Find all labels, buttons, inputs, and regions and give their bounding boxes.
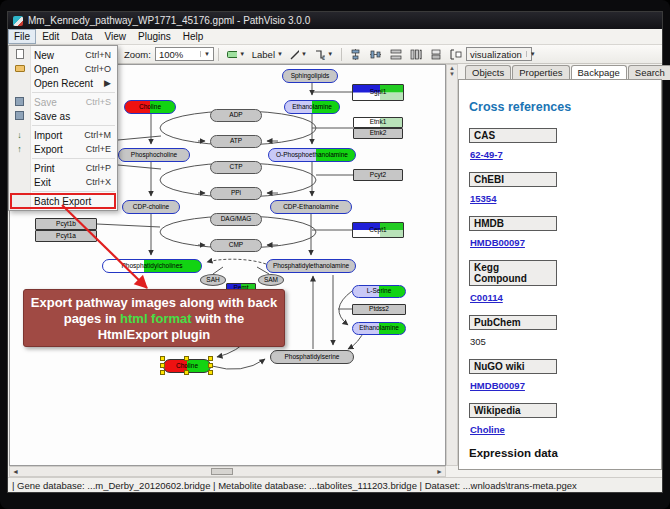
title-bar[interactable]: Mm_Kennedy_pathway_WP1771_45176.gpml - P… [8, 12, 662, 29]
xref-link[interactable]: 62-49-7 [470, 149, 503, 160]
selection-handle[interactable] [208, 363, 213, 368]
chevron-down-icon[interactable]: ▼ [327, 51, 333, 57]
selection-handle[interactable] [184, 356, 189, 361]
pathway-node-phosphatidylcholines[interactable]: Phosphatidylcholines [102, 259, 202, 273]
pathway-node-phosphatidylethanolamine[interactable]: Phosphatidylethanolamine [266, 259, 356, 273]
pathway-node-adp[interactable]: ADP [210, 109, 262, 122]
selection-handle[interactable] [184, 370, 189, 375]
pathway-node-cmp[interactable]: CMP [210, 239, 262, 252]
menubar-item-file[interactable]: File [8, 29, 36, 44]
menubar-item-edit[interactable]: Edit [36, 29, 65, 44]
draw-line-button[interactable]: ▼ [287, 47, 310, 62]
group-button[interactable] [447, 47, 465, 62]
file-menu-item-open-recent[interactable]: Open Recent▶ [9, 76, 117, 90]
xref-section-value[interactable]: C00114 [470, 292, 661, 303]
align-center-horizontal-button[interactable] [347, 47, 365, 62]
gene-node-icon [227, 50, 237, 59]
xref-section-value[interactable]: 15354 [470, 193, 661, 204]
chevron-down-icon[interactable]: ▼ [200, 51, 210, 57]
annotation-line2: pages in html format with the [24, 311, 284, 327]
xref-link[interactable]: HMDB00097 [470, 237, 525, 248]
xref-link[interactable]: Choline [470, 424, 505, 435]
scroll-left-icon[interactable]: ◄ [10, 468, 21, 475]
pathway-node-sam[interactable]: SAM [258, 274, 284, 286]
pathway-node-o-phosphoethanolamine[interactable]: O-Phosphoethanolamine [268, 148, 356, 162]
add-label-button[interactable]: Label ▼ [250, 47, 284, 62]
xref-section-value[interactable]: 62-49-7 [470, 149, 661, 160]
menubar-item-data[interactable]: Data [65, 29, 98, 44]
pathway-node-dag-mag[interactable]: DAG/MAG [210, 213, 262, 226]
pathway-node-etnk1[interactable]: Etnk1 [353, 117, 403, 128]
file-menu-item-print[interactable]: PrintCtrl+P [9, 161, 117, 175]
pathway-node-sphingolipids[interactable]: Sphingolipids [282, 69, 338, 83]
selection-handle[interactable] [160, 370, 165, 375]
pathway-node-sah[interactable]: SAH [200, 274, 226, 286]
canvas-horizontal-scrollbar[interactable]: ◄ ► [9, 466, 446, 477]
file-menu-item-new[interactable]: NewCtrl+N [9, 48, 117, 62]
selection-handle[interactable] [160, 356, 165, 361]
pathway-node-phosphocholine[interactable]: Phosphocholine [118, 148, 190, 162]
tab-objects[interactable]: Objects [465, 65, 511, 80]
chevron-down-icon[interactable]: ▼ [526, 51, 536, 57]
menubar-item-help[interactable]: Help [177, 29, 210, 44]
draw-connector-button[interactable]: ▼ [312, 47, 336, 62]
chevron-down-icon[interactable]: ▼ [301, 51, 307, 57]
add-gene-button[interactable]: ▼ [224, 47, 248, 62]
canvas-vertical-scrollbar[interactable]: ▲ ▼ [446, 64, 458, 466]
file-menu-item-batch-export[interactable]: Batch Export [9, 194, 117, 208]
scroll-down-icon[interactable]: ▼ [447, 71, 457, 77]
pathway-node-pcyt1b[interactable]: Pcyt1b [35, 218, 97, 230]
selection-handle[interactable] [208, 356, 213, 361]
chevron-down-icon[interactable]: ▼ [277, 51, 283, 57]
toolbar-separator [218, 48, 219, 61]
common-width-button[interactable] [387, 47, 405, 62]
pathway-node-ethanolamine-bottom[interactable]: Ethanolamine [352, 322, 406, 335]
xref-link[interactable]: HMDB00097 [470, 380, 525, 391]
stack-vertical-button[interactable] [427, 47, 445, 62]
node-label: L-Serine [367, 288, 392, 295]
pathway-node-ethanolamine-top[interactable]: Ethanolamine [284, 100, 340, 114]
pathway-node-pcyt2[interactable]: Pcyt2 [353, 169, 403, 181]
backpage-panel[interactable]: Cross references CAS62-49-7ChEBI15354HMD… [458, 79, 662, 470]
zoom-combo[interactable]: 100% ▼ [155, 47, 214, 61]
pathway-node-ctp[interactable]: CTP [210, 161, 262, 174]
menubar-item-view[interactable]: View [98, 29, 132, 44]
file-menu-item-open[interactable]: OpenCtrl+O [9, 62, 117, 76]
visualization-combo[interactable]: visualization ▼ [466, 47, 532, 61]
file-menu-dropdown: NewCtrl+NOpenCtrl+OOpen Recent▶SaveCtrl+… [8, 45, 118, 211]
pathway-node-pcyt1a[interactable]: Pcyt1a [35, 230, 97, 242]
pathway-node-cdp-ethanolamine[interactable]: CDP-Ethanolamine [270, 200, 352, 214]
xref-section-value: 305 [470, 336, 661, 347]
selection-handle[interactable] [208, 370, 213, 375]
pathway-node-l-serine[interactable]: L-Serine [352, 285, 406, 298]
xref-section-value[interactable]: HMDB00097 [470, 237, 661, 248]
pathway-node-ppi[interactable]: PPi [210, 187, 262, 200]
pathway-node-choline-top[interactable]: Choline [124, 100, 176, 114]
pathway-node-sgpl1[interactable]: Sgpl1 [352, 84, 404, 101]
pathway-node-cept1[interactable]: Cept1 [352, 222, 404, 238]
scroll-right-icon[interactable]: ► [434, 468, 445, 475]
tab-search[interactable]: Search [628, 65, 670, 80]
tab-properties[interactable]: Properties [512, 65, 569, 80]
align-center-vertical-button[interactable] [367, 47, 385, 62]
scrollbar-track[interactable] [21, 467, 434, 476]
xref-section-value[interactable]: Choline [470, 424, 661, 435]
file-menu-item-import[interactable]: ↓ImportCtrl+M [9, 128, 117, 142]
file-menu-item-exit[interactable]: ExitCtrl+X [9, 175, 117, 189]
xref-link[interactable]: C00114 [470, 292, 503, 303]
selection-handle[interactable] [160, 363, 165, 368]
file-menu-item-save-as[interactable]: Save as [9, 109, 117, 123]
pathway-node-phosphatidylserine[interactable]: Phosphatidylserine [270, 350, 354, 364]
file-menu-item-export[interactable]: ↑ExportCtrl+E [9, 142, 117, 156]
node-label: CDP-Ethanolamine [283, 204, 339, 211]
pathway-node-cdp-choline[interactable]: CDP-choline [122, 200, 180, 214]
common-height-button[interactable] [407, 47, 425, 62]
menubar-item-plugins[interactable]: Plugins [132, 29, 177, 44]
scrollbar-thumb[interactable] [211, 468, 233, 475]
pathway-node-ptdss2[interactable]: Ptdss2 [352, 304, 406, 315]
pathway-node-atp[interactable]: ATP [210, 135, 262, 148]
chevron-down-icon[interactable]: ▼ [239, 51, 245, 57]
xref-link[interactable]: 15354 [470, 193, 496, 204]
xref-section-value[interactable]: HMDB00097 [470, 380, 661, 391]
pathway-node-etnk2[interactable]: Etnk2 [353, 128, 403, 139]
